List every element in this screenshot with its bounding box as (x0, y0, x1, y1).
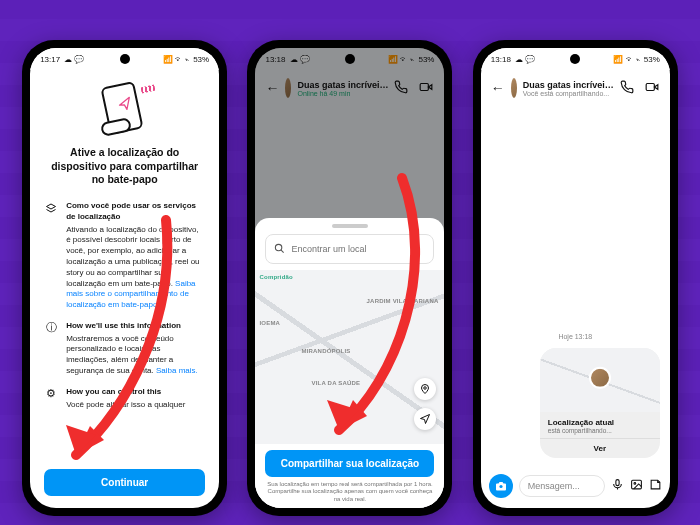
chat-status: Você está compartilhando... (523, 90, 614, 97)
section-location-services: Como você pode usar os serviços de local… (44, 201, 205, 311)
search-location-field[interactable] (265, 234, 434, 264)
status-battery: 53% (193, 55, 209, 64)
location-message-card[interactable]: Localização atual está compartilhando...… (540, 348, 660, 458)
back-icon[interactable]: ← (491, 80, 505, 96)
camera-cutout (570, 54, 580, 64)
location-card-map (540, 348, 660, 412)
mic-icon[interactable] (611, 478, 624, 494)
video-icon[interactable] (644, 80, 660, 97)
chat-body: Hoje 13:18 Localização atual está compar… (481, 106, 670, 468)
location-illustration (95, 82, 155, 138)
map-pin-button[interactable] (414, 378, 436, 400)
location-card-title: Localização atual (548, 418, 652, 427)
search-icon (274, 240, 285, 258)
share-location-disclaimer: Sua localização em tempo real será compa… (265, 481, 434, 504)
location-sheet: JARDIM VILA MARIANA MIRANDÓPOLIS VILA DA… (255, 218, 444, 508)
share-location-button[interactable]: Compartilhar sua localização (265, 450, 434, 477)
map-preview[interactable]: JARDIM VILA MARIANA MIRANDÓPOLIS VILA DA… (255, 270, 444, 444)
dialog-title: Ative a localização do dispositivo para … (44, 146, 205, 187)
info-icon: ⓘ (44, 321, 58, 335)
call-icon[interactable] (620, 80, 634, 97)
message-input[interactable]: Mensagem... (519, 475, 605, 497)
camera-cutout (120, 54, 130, 64)
svg-point-7 (634, 483, 636, 485)
camera-button[interactable] (489, 474, 513, 498)
status-time: 13:18 (491, 55, 511, 64)
svg-rect-5 (616, 480, 619, 486)
chat-name: Duas gatas incrívei… (523, 80, 614, 90)
map-layers-icon (44, 201, 58, 215)
phone-3: 13:18☁ 💬 📶 ᯤ ⌁53% ← Duas gatas incrívei…… (473, 40, 678, 516)
continue-button[interactable]: Continuar (44, 469, 205, 496)
svg-point-1 (276, 244, 282, 250)
location-card-subtitle: está compartilhando... (548, 427, 652, 434)
phone-2: 13:18☁ 💬 📶 ᯤ ⌁53% ← Duas gatas incrívei…… (247, 40, 452, 516)
section-control: ⚙ How you can control this Você pode alt… (44, 387, 205, 411)
learn-more-link-2[interactable]: Saiba mais. (156, 366, 198, 375)
svg-rect-3 (646, 83, 654, 90)
svg-point-4 (499, 485, 502, 488)
settings-icon: ⚙ (44, 387, 58, 401)
section-how-we-use: ⓘ How we'll use this information Mostrar… (44, 321, 205, 377)
location-card-view-button[interactable]: Ver (540, 438, 660, 458)
svg-point-2 (424, 386, 427, 389)
camera-cutout (345, 54, 355, 64)
sheet-handle[interactable] (332, 224, 368, 228)
my-location-button[interactable] (414, 408, 436, 430)
timestamp-label: Hoje 13:18 (558, 333, 592, 340)
sticker-icon[interactable] (649, 478, 662, 494)
status-time: 13:17 (40, 55, 60, 64)
gallery-icon[interactable] (630, 478, 643, 494)
location-card-avatar-pin (589, 367, 611, 389)
chat-header: ← Duas gatas incrívei… Você está compart… (481, 70, 670, 106)
phone-1: 13:17☁ 💬 📶 ᯤ ⌁53% Ative a localização do… (22, 40, 227, 516)
message-input-row: Mensagem... (481, 468, 670, 508)
avatar[interactable] (511, 78, 517, 98)
search-location-input[interactable] (291, 244, 425, 254)
